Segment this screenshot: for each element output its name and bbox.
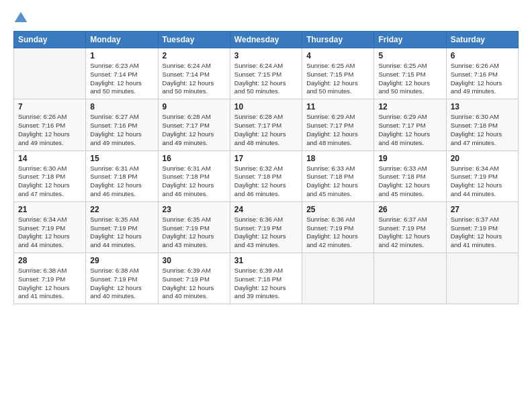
- day-number: 29: [90, 256, 153, 265]
- calendar-cell: 8Sunrise: 6:27 AM Sunset: 7:16 PM Daylig…: [86, 99, 158, 150]
- day-number: 20: [451, 154, 514, 163]
- day-number: 21: [18, 205, 81, 214]
- calendar-cell: 14Sunrise: 6:30 AM Sunset: 7:18 PM Dayli…: [14, 150, 86, 201]
- calendar-cell: 4Sunrise: 6:25 AM Sunset: 7:15 PM Daylig…: [302, 48, 374, 99]
- calendar-cell: 24Sunrise: 6:36 AM Sunset: 7:19 PM Dayli…: [230, 201, 302, 253]
- day-info: Sunrise: 6:39 AM Sunset: 7:19 PM Dayligh…: [163, 267, 226, 301]
- calendar-week-row: 28Sunrise: 6:38 AM Sunset: 7:19 PM Dayli…: [14, 253, 519, 304]
- calendar-cell: 22Sunrise: 6:35 AM Sunset: 7:19 PM Dayli…: [86, 201, 158, 253]
- day-number: 26: [378, 205, 441, 214]
- day-number: 17: [234, 154, 298, 163]
- day-number: 30: [163, 256, 226, 265]
- day-number: 5: [378, 51, 441, 60]
- calendar-week-row: 1Sunrise: 6:23 AM Sunset: 7:14 PM Daylig…: [14, 48, 519, 99]
- day-info: Sunrise: 6:37 AM Sunset: 7:19 PM Dayligh…: [451, 216, 514, 250]
- day-info: Sunrise: 6:32 AM Sunset: 7:18 PM Dayligh…: [234, 165, 298, 199]
- calendar-cell: 30Sunrise: 6:39 AM Sunset: 7:19 PM Dayli…: [158, 253, 230, 304]
- day-info: Sunrise: 6:34 AM Sunset: 7:19 PM Dayligh…: [451, 165, 514, 199]
- day-info: Sunrise: 6:35 AM Sunset: 7:19 PM Dayligh…: [163, 216, 226, 250]
- day-info: Sunrise: 6:26 AM Sunset: 7:16 PM Dayligh…: [451, 62, 514, 96]
- calendar-cell: 7Sunrise: 6:26 AM Sunset: 7:16 PM Daylig…: [14, 99, 86, 150]
- day-number: 6: [451, 51, 514, 60]
- calendar-day-header: Monday: [86, 32, 158, 48]
- day-info: Sunrise: 6:24 AM Sunset: 7:14 PM Dayligh…: [163, 62, 226, 96]
- day-info: Sunrise: 6:28 AM Sunset: 7:17 PM Dayligh…: [234, 113, 298, 147]
- calendar-week-row: 21Sunrise: 6:34 AM Sunset: 7:19 PM Dayli…: [14, 201, 519, 253]
- day-info: Sunrise: 6:35 AM Sunset: 7:19 PM Dayligh…: [90, 216, 153, 250]
- page-container: SundayMondayTuesdayWednesdayThursdayFrid…: [0, 0, 532, 311]
- day-number: 28: [18, 256, 81, 265]
- day-number: 4: [306, 51, 369, 60]
- day-info: Sunrise: 6:31 AM Sunset: 7:18 PM Dayligh…: [90, 165, 153, 199]
- day-number: 3: [234, 51, 298, 60]
- header: [13, 11, 519, 26]
- calendar-day-header: Saturday: [446, 32, 518, 48]
- logo: [13, 11, 31, 26]
- day-info: Sunrise: 6:24 AM Sunset: 7:15 PM Dayligh…: [234, 62, 298, 96]
- calendar-day-header: Friday: [374, 32, 446, 48]
- day-number: 22: [90, 205, 153, 214]
- day-info: Sunrise: 6:25 AM Sunset: 7:15 PM Dayligh…: [378, 62, 441, 96]
- day-number: 23: [163, 205, 226, 214]
- day-number: 25: [306, 205, 369, 214]
- calendar-header-row: SundayMondayTuesdayWednesdayThursdayFrid…: [14, 32, 519, 48]
- day-info: Sunrise: 6:27 AM Sunset: 7:16 PM Dayligh…: [90, 113, 153, 147]
- day-info: Sunrise: 6:36 AM Sunset: 7:19 PM Dayligh…: [306, 216, 369, 250]
- calendar-day-header: Sunday: [14, 32, 86, 48]
- day-number: 11: [306, 102, 369, 111]
- calendar-cell: 16Sunrise: 6:31 AM Sunset: 7:18 PM Dayli…: [158, 150, 230, 201]
- day-number: 18: [306, 154, 369, 163]
- day-info: Sunrise: 6:30 AM Sunset: 7:18 PM Dayligh…: [18, 165, 81, 199]
- calendar-cell: 31Sunrise: 6:39 AM Sunset: 7:18 PM Dayli…: [230, 253, 302, 304]
- calendar-cell: 18Sunrise: 6:33 AM Sunset: 7:18 PM Dayli…: [302, 150, 374, 201]
- calendar-cell: 26Sunrise: 6:37 AM Sunset: 7:19 PM Dayli…: [374, 201, 446, 253]
- calendar-cell: [14, 48, 86, 99]
- day-info: Sunrise: 6:37 AM Sunset: 7:19 PM Dayligh…: [378, 216, 441, 250]
- calendar-cell: 11Sunrise: 6:29 AM Sunset: 7:17 PM Dayli…: [302, 99, 374, 150]
- day-info: Sunrise: 6:29 AM Sunset: 7:17 PM Dayligh…: [378, 113, 441, 147]
- day-number: 15: [90, 154, 153, 163]
- calendar-cell: [302, 253, 374, 304]
- calendar-day-header: Wednesday: [230, 32, 302, 48]
- calendar-cell: 15Sunrise: 6:31 AM Sunset: 7:18 PM Dayli…: [86, 150, 158, 201]
- day-number: 1: [90, 51, 153, 60]
- calendar-cell: 25Sunrise: 6:36 AM Sunset: 7:19 PM Dayli…: [302, 201, 374, 253]
- calendar-day-header: Tuesday: [158, 32, 230, 48]
- calendar-cell: 9Sunrise: 6:28 AM Sunset: 7:17 PM Daylig…: [158, 99, 230, 150]
- calendar-cell: 6Sunrise: 6:26 AM Sunset: 7:16 PM Daylig…: [446, 48, 518, 99]
- calendar-cell: [446, 253, 518, 304]
- day-number: 31: [234, 256, 298, 265]
- calendar-cell: 17Sunrise: 6:32 AM Sunset: 7:18 PM Dayli…: [230, 150, 302, 201]
- day-number: 27: [451, 205, 514, 214]
- day-number: 16: [163, 154, 226, 163]
- day-number: 13: [451, 102, 514, 111]
- day-number: 24: [234, 205, 298, 214]
- day-number: 9: [163, 102, 226, 111]
- calendar-cell: [374, 253, 446, 304]
- day-number: 2: [163, 51, 226, 60]
- calendar-cell: 21Sunrise: 6:34 AM Sunset: 7:19 PM Dayli…: [14, 201, 86, 253]
- calendar-cell: 23Sunrise: 6:35 AM Sunset: 7:19 PM Dayli…: [158, 201, 230, 253]
- calendar-cell: 13Sunrise: 6:30 AM Sunset: 7:18 PM Dayli…: [446, 99, 518, 150]
- calendar-table: SundayMondayTuesdayWednesdayThursdayFrid…: [13, 31, 519, 304]
- day-info: Sunrise: 6:31 AM Sunset: 7:18 PM Dayligh…: [163, 165, 226, 199]
- day-info: Sunrise: 6:25 AM Sunset: 7:15 PM Dayligh…: [306, 62, 369, 96]
- calendar-cell: 2Sunrise: 6:24 AM Sunset: 7:14 PM Daylig…: [158, 48, 230, 99]
- day-info: Sunrise: 6:38 AM Sunset: 7:19 PM Dayligh…: [18, 267, 81, 301]
- calendar-cell: 28Sunrise: 6:38 AM Sunset: 7:19 PM Dayli…: [14, 253, 86, 304]
- calendar-cell: 5Sunrise: 6:25 AM Sunset: 7:15 PM Daylig…: [374, 48, 446, 99]
- day-info: Sunrise: 6:33 AM Sunset: 7:18 PM Dayligh…: [378, 165, 441, 199]
- day-info: Sunrise: 6:33 AM Sunset: 7:18 PM Dayligh…: [306, 165, 369, 199]
- logo-icon: [13, 11, 28, 26]
- calendar-cell: 1Sunrise: 6:23 AM Sunset: 7:14 PM Daylig…: [86, 48, 158, 99]
- day-number: 8: [90, 102, 153, 111]
- day-info: Sunrise: 6:30 AM Sunset: 7:18 PM Dayligh…: [451, 113, 514, 147]
- calendar-week-row: 14Sunrise: 6:30 AM Sunset: 7:18 PM Dayli…: [14, 150, 519, 201]
- day-info: Sunrise: 6:38 AM Sunset: 7:19 PM Dayligh…: [90, 267, 153, 301]
- calendar-cell: 29Sunrise: 6:38 AM Sunset: 7:19 PM Dayli…: [86, 253, 158, 304]
- day-number: 10: [234, 102, 298, 111]
- day-info: Sunrise: 6:26 AM Sunset: 7:16 PM Dayligh…: [18, 113, 81, 147]
- day-info: Sunrise: 6:23 AM Sunset: 7:14 PM Dayligh…: [90, 62, 153, 96]
- day-number: 14: [18, 154, 81, 163]
- day-info: Sunrise: 6:29 AM Sunset: 7:17 PM Dayligh…: [306, 113, 369, 147]
